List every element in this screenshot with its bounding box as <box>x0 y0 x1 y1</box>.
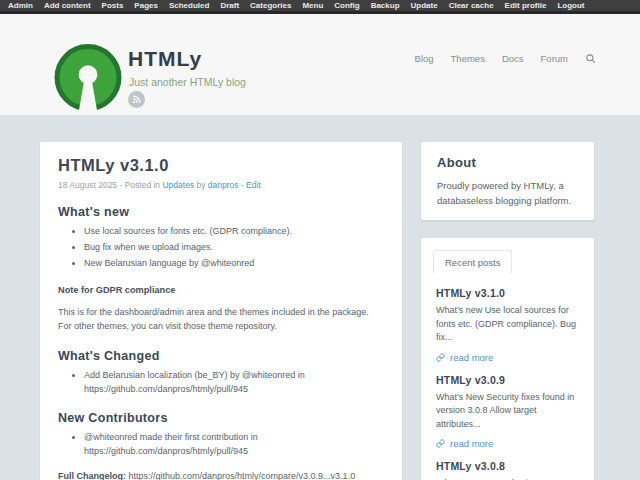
link-icon <box>436 353 445 362</box>
rss-icon[interactable] <box>128 91 145 108</box>
whats-new-list: Use local sources for fonts etc. (GDPR c… <box>58 225 384 271</box>
read-more-link[interactable]: read more <box>436 438 579 449</box>
recent-post-excerpt: What's new Use local sources for fonts e… <box>436 304 579 345</box>
post-author-link[interactable]: danpros <box>208 180 239 190</box>
list-item: Add Belarusian localization (be_BY) by @… <box>84 369 384 397</box>
adminbar-item-admin[interactable]: Admin <box>8 1 33 10</box>
adminbar-item-posts[interactable]: Posts <box>102 1 124 10</box>
full-changelog: Full Changelog: https://github.com/danpr… <box>58 471 384 480</box>
admin-toolbar: Admin Add content Posts Pages Scheduled … <box>0 0 640 14</box>
osi-logo-icon[interactable] <box>52 41 124 117</box>
adminbar-item-draft[interactable]: Draft <box>220 1 239 10</box>
site-header: HTMLy Just another HTMLy blog Blog Theme… <box>0 14 640 115</box>
new-contributors-list: @whiteonred made their first contributio… <box>58 431 384 459</box>
search-icon[interactable] <box>585 53 596 64</box>
list-item: HTMLy v3.0.9 What's New Security fixes f… <box>436 374 579 450</box>
adminbar-item-logout[interactable]: Logout <box>557 1 584 10</box>
post-edit-link[interactable]: Edit <box>246 180 261 190</box>
recent-post-title[interactable]: HTMLy v3.0.8 <box>436 460 579 472</box>
adminbar-item-pages[interactable]: Pages <box>134 1 158 10</box>
list-item: HTMLy v3.1.0 What's new Use local source… <box>436 287 579 363</box>
adminbar-item-scheduled[interactable]: Scheduled <box>169 1 209 10</box>
section-heading-whats-changed: What's Changed <box>58 349 384 363</box>
list-item: @whiteonred made their first contributio… <box>84 431 384 459</box>
adminbar-item-backup[interactable]: Backup <box>371 1 400 10</box>
post-card: HTMLy v3.1.0 18 August 2025 - Posted in … <box>40 142 402 480</box>
link-icon <box>436 439 445 448</box>
nav-themes[interactable]: Themes <box>451 53 485 64</box>
tab-recent-posts[interactable]: Recent posts <box>433 250 512 274</box>
recent-posts-widget: Recent posts HTMLy v3.1.0 What's new Use… <box>421 238 594 480</box>
section-heading-new-contributors: New Contributors <box>58 411 384 425</box>
post-title[interactable]: HTMLy v3.1.0 <box>58 156 384 175</box>
adminbar-item-update[interactable]: Update <box>411 1 438 10</box>
nav-blog[interactable]: Blog <box>415 53 434 64</box>
main-nav: Blog Themes Docs Forum <box>415 53 596 64</box>
about-heading: About <box>437 155 578 170</box>
read-more-link[interactable]: read more <box>436 352 579 363</box>
post-body: What's new Use local sources for fonts e… <box>58 205 384 480</box>
list-item: New Belarusian language by @whiteonred <box>84 257 384 271</box>
list-item: Bug fix when we upload images. <box>84 241 384 255</box>
adminbar-item-menu[interactable]: Menu <box>302 1 323 10</box>
sidebar: About Proudly powered by HTMLy, a databa… <box>421 142 594 480</box>
post-date: 18 August 2025 <box>58 180 117 190</box>
adminbar-item-categories[interactable]: Categories <box>250 1 291 10</box>
about-text: Proudly powered by HTMLy, a databaseless… <box>437 178 578 208</box>
nav-forum[interactable]: Forum <box>541 53 568 64</box>
recent-post-title[interactable]: HTMLy v3.0.9 <box>436 374 579 386</box>
adminbar-item-clear-cache[interactable]: Clear cache <box>449 1 494 10</box>
changelog-url: https://github.com/danpros/htmly/compare… <box>129 471 356 480</box>
list-item: HTMLy v3.0.8 What's New: Now the $metata… <box>436 460 579 480</box>
nav-docs[interactable]: Docs <box>502 53 524 64</box>
post-meta: 18 August 2025 - Posted in Updates by da… <box>58 180 384 190</box>
content-area: HTMLy v3.1.0 18 August 2025 - Posted in … <box>0 115 640 480</box>
adminbar-item-config[interactable]: Config <box>334 1 359 10</box>
recent-post-excerpt: What's New Security fixes found in versi… <box>436 391 579 432</box>
about-widget: About Proudly powered by HTMLy, a databa… <box>421 142 594 220</box>
whats-changed-list: Add Belarusian localization (be_BY) by @… <box>58 369 384 397</box>
recent-posts-list: HTMLy v3.1.0 What's new Use local source… <box>421 274 594 480</box>
adminbar-item-edit-profile[interactable]: Edit profile <box>505 1 547 10</box>
list-item: Use local sources for fonts etc. (GDPR c… <box>84 225 384 239</box>
site-tagline: Just another HTMLy blog <box>129 76 246 88</box>
main-column: HTMLy v3.1.0 18 August 2025 - Posted in … <box>40 142 402 480</box>
post-category-link[interactable]: Updates <box>162 180 194 190</box>
gdpr-note-heading: Note for GDPR compliance <box>58 285 384 295</box>
adminbar-item-add-content[interactable]: Add content <box>44 1 91 10</box>
gdpr-note-body: This is for the dashboard/admin area and… <box>58 305 384 334</box>
section-heading-whats-new: What's new <box>58 205 384 219</box>
recent-post-title[interactable]: HTMLy v3.1.0 <box>436 287 579 299</box>
site-title[interactable]: HTMLy <box>128 47 202 71</box>
